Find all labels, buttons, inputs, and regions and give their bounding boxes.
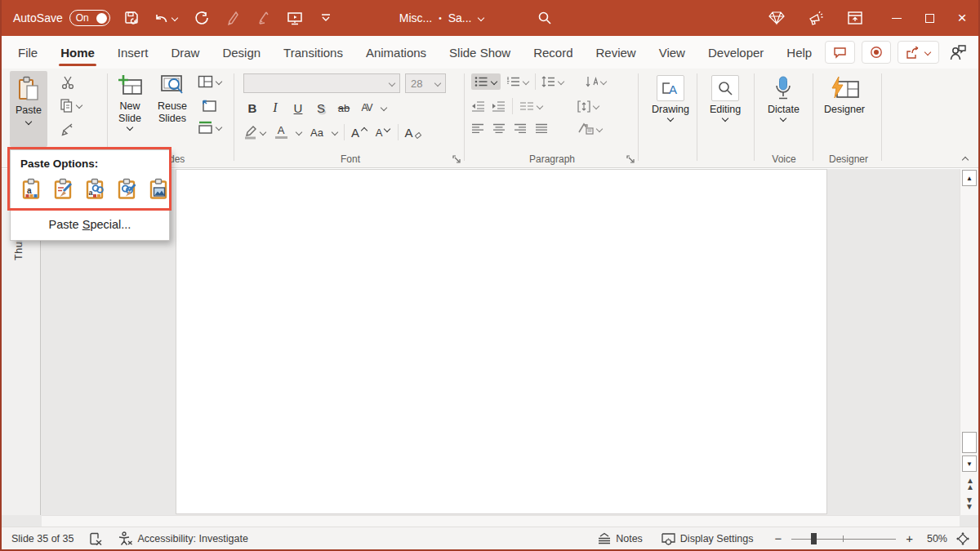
strikethrough-button[interactable]: ab — [335, 98, 353, 118]
drawing-button[interactable]: A Drawing — [652, 75, 689, 121]
zoom-level[interactable]: 50% — [923, 533, 947, 544]
notes-button[interactable]: Notes — [597, 532, 643, 544]
fit-slide-button[interactable] — [956, 531, 970, 546]
tab-help[interactable]: Help — [775, 36, 823, 69]
font-color-button[interactable]: A — [272, 122, 290, 142]
tab-slide-show[interactable]: Slide Show — [438, 36, 522, 69]
editing-button[interactable]: Editing — [710, 75, 741, 121]
autosave-toggle[interactable]: On — [69, 10, 110, 26]
paste-option-use-destination-theme[interactable]: a — [20, 178, 42, 200]
premium-button[interactable] — [763, 4, 791, 32]
paste-option-keep-source-formatting[interactable] — [52, 178, 74, 200]
bullets-button[interactable] — [471, 73, 501, 90]
scroll-down-button[interactable]: ▼ — [962, 455, 977, 472]
ink-pen-button[interactable] — [223, 8, 243, 28]
italic-button[interactable]: I — [266, 98, 284, 118]
search-button[interactable] — [535, 8, 555, 28]
maximize-button[interactable] — [913, 2, 946, 34]
horizontal-scrollbar[interactable] — [42, 515, 960, 527]
font-dialog-launcher[interactable] — [452, 155, 461, 164]
comments-button[interactable] — [825, 41, 855, 64]
paste-option-keep-source-formatting-link[interactable] — [116, 178, 138, 200]
text-direction-button[interactable] — [583, 73, 608, 90]
vertical-scrollbar[interactable]: ▲ ▼ ▲▲ ▼▼ — [960, 169, 978, 515]
smartart-button[interactable] — [577, 122, 603, 135]
format-painter-button[interactable] — [60, 122, 75, 137]
tab-view[interactable]: View — [648, 36, 697, 69]
columns-button[interactable] — [519, 101, 543, 112]
new-slide-button[interactable]: New Slide — [111, 73, 149, 130]
decrease-indent-button[interactable] — [471, 100, 485, 112]
tab-file[interactable]: File — [7, 36, 49, 69]
start-slideshow-button[interactable] — [285, 8, 305, 28]
accessibility-checker-button[interactable]: Accessibility: Investigate — [118, 531, 247, 545]
scrollbar-thumb[interactable] — [962, 432, 977, 453]
section-button[interactable] — [198, 121, 222, 134]
designer-button[interactable]: Designer — [824, 75, 865, 116]
increase-font-size-button[interactable]: A — [350, 122, 368, 142]
repeat-button[interactable] — [192, 8, 212, 28]
copy-button[interactable] — [59, 98, 82, 113]
zoom-slider[interactable] — [791, 533, 896, 544]
customize-qat-button[interactable] — [316, 8, 336, 28]
reset-button[interactable] — [201, 98, 216, 112]
save-button[interactable] — [122, 8, 141, 28]
paragraph-dialog-launcher[interactable] — [626, 155, 635, 164]
align-center-button[interactable] — [492, 123, 506, 134]
line-spacing-button[interactable] — [540, 73, 566, 90]
tab-record[interactable]: Record — [522, 36, 584, 69]
clear-formatting-button[interactable]: A — [404, 122, 422, 142]
ribbon-display-options-button[interactable] — [841, 4, 869, 32]
tab-home[interactable]: Home — [49, 36, 106, 69]
reuse-slides-button[interactable]: Reuse Slides — [152, 73, 193, 125]
minimize-button[interactable] — [880, 2, 913, 34]
previous-slide-button[interactable]: ▲▲ — [963, 478, 976, 491]
close-button[interactable]: × — [946, 2, 978, 34]
paste-option-use-destination-theme-link[interactable]: a — [84, 178, 106, 200]
cut-button[interactable] — [60, 75, 75, 90]
numbering-button[interactable] — [505, 73, 531, 90]
tab-review[interactable]: Review — [585, 36, 648, 69]
zoom-in-button[interactable]: + — [904, 531, 915, 545]
slide-canvas[interactable] — [176, 169, 827, 514]
align-right-button[interactable] — [514, 123, 527, 134]
tab-draw[interactable]: Draw — [159, 36, 211, 69]
tab-design[interactable]: Design — [211, 36, 272, 69]
zoom-slider-thumb[interactable] — [811, 533, 817, 544]
paste-option-picture[interactable] — [148, 178, 170, 200]
layout-button[interactable] — [198, 75, 222, 88]
record-button[interactable] — [862, 41, 891, 64]
increase-indent-button[interactable] — [492, 100, 506, 112]
text-shadow-button[interactable]: S — [312, 98, 330, 118]
justify-button[interactable] — [535, 123, 548, 134]
ink-highlighter-button[interactable] — [254, 8, 274, 28]
tab-animations[interactable]: Animations — [354, 36, 438, 69]
font-name-combo[interactable] — [243, 73, 400, 93]
scroll-up-button[interactable]: ▲ — [962, 170, 977, 186]
tab-developer[interactable]: Developer — [697, 36, 775, 69]
next-slide-button[interactable]: ▼▼ — [963, 497, 976, 510]
tab-insert[interactable]: Insert — [106, 36, 160, 69]
paste-special-item[interactable]: Paste Special... — [11, 211, 169, 240]
undo-button[interactable] — [153, 8, 180, 28]
bold-button[interactable]: B — [243, 98, 261, 118]
presenter-coach-button[interactable] — [949, 44, 967, 60]
coming-soon-button[interactable] — [802, 4, 830, 32]
dictate-button[interactable]: Dictate — [768, 75, 800, 121]
underline-button[interactable]: U — [289, 98, 307, 118]
change-case-button[interactable]: Aa — [308, 122, 326, 142]
decrease-font-size-button[interactable]: A — [374, 122, 392, 142]
share-button[interactable] — [898, 41, 939, 64]
zoom-out-button[interactable]: − — [773, 531, 783, 545]
font-size-combo[interactable]: 28 — [405, 73, 446, 93]
document-title-area[interactable]: Misc... • Sa... — [399, 11, 485, 24]
highlight-color-button[interactable] — [243, 122, 266, 142]
align-left-button[interactable] — [471, 123, 484, 134]
tab-transitions[interactable]: Transitions — [272, 36, 354, 69]
spell-check-button[interactable] — [88, 532, 103, 545]
display-settings-button[interactable]: Display Settings — [661, 532, 754, 545]
align-text-button[interactable] — [577, 100, 599, 113]
paste-button[interactable]: Paste — [10, 71, 47, 147]
collapse-ribbon-button[interactable] — [962, 156, 969, 161]
character-spacing-button[interactable]: AV — [358, 98, 376, 118]
